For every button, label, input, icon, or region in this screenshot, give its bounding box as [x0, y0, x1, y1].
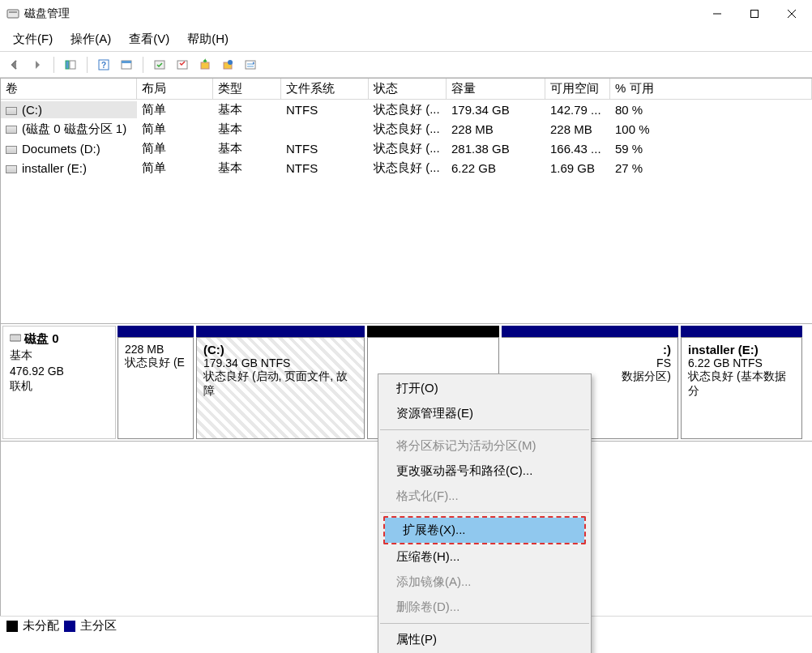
menubar: 文件(F) 操作(A) 查看(V) 帮助(H)	[0, 28, 812, 52]
table-row[interactable]: (磁盘 0 磁盘分区 1)简单基本状态良好 (...228 MB228 MB10…	[1, 119, 812, 139]
th-type[interactable]: 类型	[213, 79, 281, 99]
th-fs[interactable]: 文件系统	[281, 79, 369, 99]
volume-table: 卷 布局 类型 文件系统 状态 容量 可用空间 % 可用 (C:)简单基本NTF…	[0, 78, 812, 324]
titlebar: 磁盘管理	[0, 0, 812, 28]
svg-rect-17	[246, 61, 255, 69]
swatch-primary	[64, 621, 75, 632]
svg-rect-1	[9, 11, 17, 13]
svg-rect-7	[70, 61, 75, 69]
context-menu: 打开(O) 资源管理器(E) 将分区标记为活动分区(M) 更改驱动器号和路径(C…	[378, 373, 592, 653]
legend-unallocated: 未分配	[23, 618, 59, 634]
action-button-1[interactable]	[173, 55, 192, 75]
disk-type: 基本	[10, 348, 109, 363]
menu-view[interactable]: 查看(V)	[121, 28, 177, 50]
svg-rect-0	[7, 10, 19, 18]
ctx-mark-active: 将分区标记为活动分区(M)	[378, 433, 591, 459]
action-button-4[interactable]	[241, 55, 260, 75]
disk-icon	[10, 333, 21, 345]
ctx-extend[interactable]: 扩展卷(X)...	[385, 518, 584, 543]
svg-rect-11	[122, 61, 131, 63]
disk-panel[interactable]: 磁盘 0 基本 476.92 GB 联机	[2, 326, 116, 439]
help-icon-button[interactable]: ?	[94, 55, 113, 75]
table-header: 卷 布局 类型 文件系统 状态 容量 可用空间 % 可用	[1, 79, 812, 100]
table-row[interactable]: (C:)简单基本NTFS状态良好 (...179.34 GB142.79 ...…	[1, 100, 812, 119]
minimize-button[interactable]	[699, 0, 736, 28]
ctx-explorer[interactable]: 资源管理器(E)	[378, 401, 591, 426]
disk-name: 磁盘 0	[24, 331, 59, 347]
ctx-delete: 删除卷(D)...	[378, 595, 591, 620]
legend-primary: 主分区	[80, 618, 117, 634]
table-row[interactable]: installer (E:)简单基本NTFS状态良好 (...6.22 GB1.…	[1, 158, 812, 177]
swatch-unallocated	[6, 621, 18, 632]
ctx-format: 格式化(F)...	[378, 484, 591, 509]
partition[interactable]: 228 MB状态良好 (E	[118, 326, 194, 439]
refresh-button[interactable]	[150, 55, 169, 75]
disk-status: 联机	[10, 379, 109, 394]
partition[interactable]: (C:)179.34 GB NTFS状态良好 (启动, 页面文件, 故障	[196, 326, 365, 439]
th-pct[interactable]: % 可用	[610, 79, 812, 99]
menu-help[interactable]: 帮助(H)	[179, 28, 237, 50]
svg-rect-18	[10, 335, 21, 341]
window-title: 磁盘管理	[24, 6, 70, 21]
close-button[interactable]	[773, 0, 810, 28]
th-status[interactable]: 状态	[369, 79, 447, 99]
ctx-mirror: 添加镜像(A)...	[378, 570, 591, 595]
toolbar: ?	[0, 52, 812, 78]
ctx-properties[interactable]: 属性(P)	[378, 627, 591, 652]
menu-action[interactable]: 操作(A)	[62, 28, 119, 50]
app-icon	[6, 7, 19, 20]
menu-file[interactable]: 文件(F)	[5, 28, 61, 50]
th-layout[interactable]: 布局	[137, 79, 213, 99]
partition[interactable]: installer (E:)6.22 GB NTFS状态良好 (基本数据分	[681, 326, 802, 439]
svg-point-16	[228, 60, 233, 65]
ctx-open[interactable]: 打开(O)	[378, 376, 591, 401]
svg-rect-3	[751, 11, 759, 18]
ctx-shrink[interactable]: 压缩卷(H)...	[378, 544, 591, 570]
table-row[interactable]: Documets (D:)简单基本NTFS状态良好 (...281.38 GB1…	[1, 139, 812, 158]
maximize-button[interactable]	[736, 0, 773, 28]
ctx-change-letter[interactable]: 更改驱动器号和路径(C)...	[378, 459, 591, 484]
console-button[interactable]	[117, 55, 136, 75]
svg-rect-6	[66, 61, 69, 69]
th-free[interactable]: 可用空间	[545, 79, 610, 99]
th-volume[interactable]: 卷	[1, 79, 137, 99]
th-capacity[interactable]: 容量	[447, 79, 545, 99]
back-button[interactable]	[5, 55, 24, 75]
action-button-2[interactable]	[195, 55, 215, 75]
forward-button[interactable]	[28, 55, 47, 75]
disk-size: 476.92 GB	[10, 365, 109, 378]
show-hide-button[interactable]	[61, 55, 80, 75]
action-button-3[interactable]	[218, 55, 237, 75]
svg-text:?: ?	[101, 61, 106, 70]
svg-rect-14	[201, 62, 209, 69]
ctx-extend-highlight: 扩展卷(X)...	[383, 516, 586, 544]
